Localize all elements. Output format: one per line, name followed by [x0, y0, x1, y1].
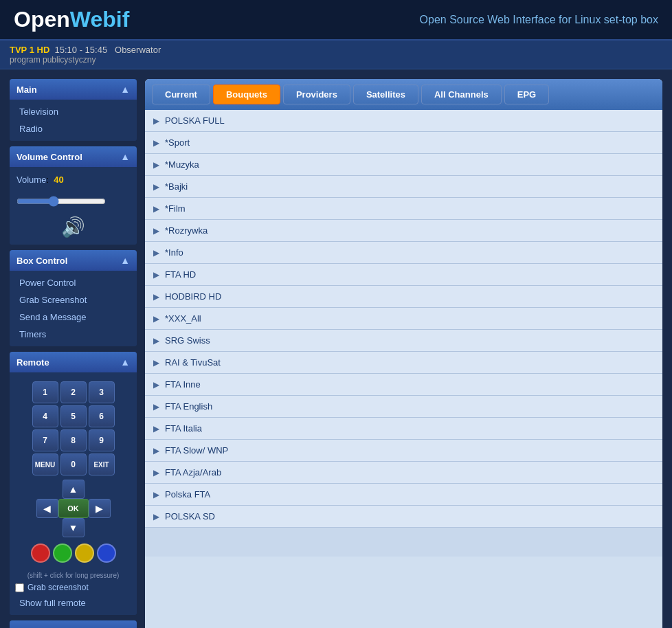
bouquet-item[interactable]: ▶FTA Inne	[145, 374, 662, 396]
collapse-icon-info: ▲	[120, 625, 130, 628]
remote-btn-down[interactable]: ▼	[63, 518, 85, 537]
tab-epg[interactable]: EPG	[504, 85, 549, 104]
bouquet-name: FTA Slow/ WNP	[165, 445, 228, 456]
remote-btn-yellow[interactable]	[75, 543, 94, 563]
sidebar-item-power-control[interactable]: Power Control	[10, 274, 137, 291]
sidebar-main-label: Main	[16, 85, 37, 95]
sidebar-remote-content: 1 2 3 4 5 6 7 8 9	[10, 372, 137, 615]
bouquet-arrow: ▶	[153, 380, 159, 390]
nowplaying-desc: program publicystyczny	[10, 55, 662, 65]
bouquet-name: POLSKA FULL	[165, 115, 225, 126]
main-layout: Main ▲ Television Radio Volume Control ▲…	[0, 69, 672, 628]
sidebar-section-info-header[interactable]: Info ▲	[10, 620, 137, 628]
collapse-icon-box-control: ▲	[120, 255, 130, 266]
bouquet-item[interactable]: ▶RAI & TivuSat	[145, 352, 662, 374]
bouquet-name: *Sport	[165, 137, 190, 148]
remote-btn-exit[interactable]: EXIT	[89, 453, 115, 475]
remote-btn-menu[interactable]: MENU	[32, 453, 58, 475]
bouquet-item[interactable]: ▶Polska FTA	[145, 484, 662, 506]
logo-open: Open	[14, 7, 70, 32]
bouquet-item[interactable]: ▶*Muzyka	[145, 154, 662, 176]
tab-satellites[interactable]: Satellites	[353, 85, 418, 104]
sidebar-section-remote: Remote ▲ 1 2 3 4 5 6	[10, 352, 137, 615]
bouquet-item[interactable]: ▶*Info	[145, 242, 662, 264]
bouquet-name: HODBIRD HD	[165, 291, 221, 302]
sidebar-remote-label: Remote	[16, 357, 49, 368]
bouquet-arrow: ▶	[153, 182, 159, 192]
bouquet-item[interactable]: ▶FTA Italia	[145, 418, 662, 440]
tab-bouquets[interactable]: Bouquets	[213, 85, 280, 104]
bouquet-arrow: ▶	[153, 248, 159, 258]
remote-btn-9[interactable]: 9	[89, 429, 115, 451]
bouquet-item[interactable]: ▶SRG Swiss	[145, 330, 662, 352]
grab-screenshot-label[interactable]: Grab screenshot	[27, 583, 89, 592]
sidebar-section-box-control-header[interactable]: Box Control ▲	[10, 250, 137, 271]
remote-btn-up[interactable]: ▲	[63, 480, 85, 499]
bouquet-item[interactable]: ▶FTA HD	[145, 264, 662, 286]
remote-btn-1[interactable]: 1	[32, 381, 58, 403]
bouquet-item[interactable]: ▶*Sport	[145, 132, 662, 154]
tagline: Open Source Web Interface for Linux set-…	[420, 14, 658, 26]
bouquet-item[interactable]: ▶*Rozrywka	[145, 220, 662, 242]
bouquet-item[interactable]: ▶FTA English	[145, 396, 662, 418]
sidebar-item-television[interactable]: Television	[10, 103, 137, 120]
bouquet-name: FTA Inne	[165, 379, 201, 390]
bouquet-item[interactable]: ▶*Film	[145, 198, 662, 220]
bouquet-arrow: ▶	[153, 226, 159, 236]
bouquet-item[interactable]: ▶FTA Slow/ WNP	[145, 440, 662, 462]
remote-shift-note: (shift + click for long pressure)	[10, 570, 137, 581]
remote-btn-blue[interactable]	[97, 543, 116, 563]
bouquet-arrow: ▶	[153, 116, 159, 126]
nowplaying-time: 15:10 - 15:45	[52, 45, 107, 55]
sidebar-item-radio[interactable]: Radio	[10, 120, 137, 137]
remote-btn-ok[interactable]: OK	[58, 499, 89, 518]
sidebar-item-send-message[interactable]: Send a Message	[10, 309, 137, 326]
content-area: Current Bouquets Providers Satellites Al…	[145, 79, 662, 628]
remote-btn-0[interactable]: 0	[60, 453, 87, 475]
bouquet-arrow: ▶	[153, 446, 159, 456]
bouquet-item[interactable]: ▶*XXX_All	[145, 308, 662, 330]
bouquet-arrow: ▶	[153, 160, 159, 170]
volume-slider-wrap	[10, 192, 137, 213]
remote-btn-4[interactable]: 4	[32, 405, 58, 427]
bouquet-item[interactable]: ▶FTA Azja/Arab	[145, 462, 662, 484]
remote-btn-8[interactable]: 8	[60, 429, 87, 451]
volume-value: 40	[54, 175, 63, 185]
tab-providers[interactable]: Providers	[283, 85, 350, 104]
bouquet-item[interactable]: ▶*Bajki	[145, 176, 662, 198]
bouquet-item[interactable]: ▶HODBIRD HD	[145, 286, 662, 308]
volume-slider[interactable]	[16, 196, 106, 207]
remote-btn-left[interactable]: ◀	[36, 499, 58, 518]
remote-btn-6[interactable]: 6	[89, 405, 115, 427]
bouquet-name: *Bajki	[165, 181, 188, 192]
sidebar-section-main-header[interactable]: Main ▲	[10, 79, 137, 100]
remote-btn-5[interactable]: 5	[60, 405, 87, 427]
remote-btn-right[interactable]: ▶	[89, 499, 111, 518]
sidebar-box-control-content: Power Control Grab Screenshot Send a Mes…	[10, 271, 137, 346]
logo: OpenWebif	[14, 7, 129, 32]
remote-grid: 1 2 3 4 5 6 7 8 9	[10, 376, 137, 570]
remote-btn-2[interactable]: 2	[60, 381, 87, 403]
bouquet-item[interactable]: ▶POLSKA FULL	[145, 110, 662, 132]
sidebar-item-grab-screenshot[interactable]: Grab Screenshot	[10, 291, 137, 309]
remote-btn-7[interactable]: 7	[32, 429, 58, 451]
remote-btn-red[interactable]	[31, 543, 50, 563]
remote-row-3: 7 8 9	[32, 429, 115, 451]
bouquet-name: *Info	[165, 247, 183, 258]
sidebar-section-volume-header[interactable]: Volume Control ▲	[10, 146, 137, 167]
sidebar-section-remote-header[interactable]: Remote ▲	[10, 352, 137, 372]
tab-all-channels[interactable]: All Channels	[421, 85, 502, 104]
grab-screenshot-checkbox[interactable]	[15, 583, 24, 592]
bouquet-name: RAI & TivuSat	[165, 357, 221, 368]
header: OpenWebif Open Source Web Interface for …	[0, 0, 672, 41]
sidebar-item-timers[interactable]: Timers	[10, 326, 137, 343]
bouquet-name: FTA English	[165, 401, 212, 412]
sidebar-section-volume: Volume Control ▲ Volume: 40 🔊	[10, 146, 137, 245]
sidebar-item-show-full-remote[interactable]: Show full remote	[10, 594, 137, 612]
remote-btn-green[interactable]	[53, 543, 72, 563]
remote-btn-3[interactable]: 3	[89, 381, 115, 403]
tab-current[interactable]: Current	[152, 85, 210, 104]
bouquet-name: FTA HD	[165, 269, 196, 280]
sidebar-section-main: Main ▲ Television Radio	[10, 79, 137, 141]
bouquet-item[interactable]: ▶POLSKA SD	[145, 506, 662, 528]
